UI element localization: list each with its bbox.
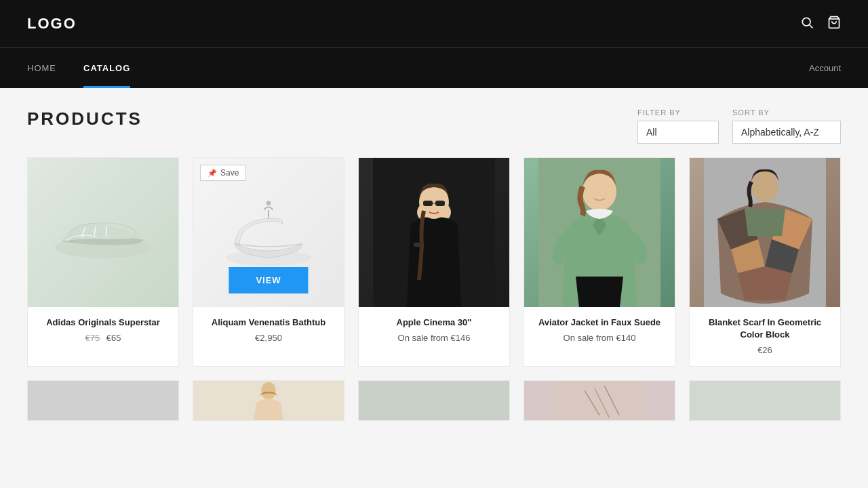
product-image-cinema xyxy=(359,158,509,307)
product-card-adidas[interactable]: Adidas Originals Superstar €75 €65 xyxy=(27,157,179,367)
product-info-jacket: Aviator Jacket in Faux Suede On sale fro… xyxy=(524,307,675,354)
product-card-bathtub[interactable]: 📌 Save VIEW Aliquam Venenatis Bathtub xyxy=(193,157,344,367)
filter-sort-row: FILTER BY All Men Women Accessories SORT… xyxy=(637,108,841,144)
sort-group: SORT BY Alphabetically, A-Z Alphabetical… xyxy=(732,108,841,144)
product-name: Apple Cinema 30" xyxy=(367,317,501,329)
bathtub-image xyxy=(218,188,319,277)
logo[interactable]: LOGO xyxy=(27,15,77,33)
bottom-card-4[interactable] xyxy=(524,380,675,421)
svg-point-0 xyxy=(802,18,810,26)
product-name: Aviator Jacket in Faux Suede xyxy=(532,317,667,329)
header-icons xyxy=(800,16,841,33)
sort-select[interactable]: Alphabetically, A-Z Alphabetically, Z-A … xyxy=(732,121,841,144)
bottom-person-image xyxy=(193,381,344,420)
product-price: On sale from €140 xyxy=(532,333,667,343)
svg-line-1 xyxy=(810,24,813,28)
svg-rect-21 xyxy=(555,381,644,420)
product-name: Aliquam Venenatis Bathtub xyxy=(201,317,336,329)
svg-point-7 xyxy=(267,201,271,205)
cart-icon[interactable] xyxy=(827,16,841,33)
bottom-item-image xyxy=(524,381,675,420)
svg-rect-12 xyxy=(435,201,445,206)
bottom-card-5[interactable] xyxy=(689,380,841,421)
product-card-jacket[interactable]: Aviator Jacket in Faux Suede On sale fro… xyxy=(524,157,675,367)
product-image-adidas xyxy=(28,158,178,307)
svg-point-16 xyxy=(583,173,616,211)
search-icon[interactable] xyxy=(800,16,814,33)
pin-icon: 📌 xyxy=(208,169,217,178)
svg-point-20 xyxy=(261,382,276,400)
shoe-image xyxy=(49,195,157,270)
svg-rect-14 xyxy=(414,243,422,247)
filter-select[interactable]: All Men Women Accessories xyxy=(637,121,719,144)
filter-label: FILTER BY xyxy=(637,108,719,117)
products-header-row: PRODUCTS FILTER BY All Men Women Accesso… xyxy=(27,108,841,144)
product-card-cinema[interactable]: Apple Cinema 30" On sale from €146 xyxy=(358,157,510,367)
save-badge[interactable]: 📌 Save xyxy=(200,165,246,181)
header: LOGO xyxy=(0,0,868,47)
sidebar-item-home[interactable]: HOME xyxy=(27,48,56,88)
jacket-image xyxy=(524,158,675,307)
product-image-scarf xyxy=(690,158,840,307)
view-button[interactable]: VIEW xyxy=(229,267,308,293)
main-content: PRODUCTS FILTER BY All Men Women Accesso… xyxy=(0,88,868,441)
nav-left: HOME CATALOG xyxy=(27,48,130,88)
product-price: €75 €65 xyxy=(36,333,170,343)
product-price: €2,950 xyxy=(201,333,336,343)
bottom-card-2[interactable] xyxy=(193,380,344,421)
filter-group: FILTER BY All Men Women Accessories xyxy=(637,108,719,144)
products-grid-bottom xyxy=(27,380,841,421)
scarf-image xyxy=(690,158,840,307)
account-link[interactable]: Account xyxy=(809,63,841,73)
product-card-scarf[interactable]: Blanket Scarf In Geometric Color Block €… xyxy=(689,157,841,367)
product-image-jacket xyxy=(524,158,675,307)
product-price: On sale from €146 xyxy=(367,333,501,343)
svg-point-18 xyxy=(751,171,778,202)
product-info-cinema: Apple Cinema 30" On sale from €146 xyxy=(359,307,509,354)
products-grid: Adidas Originals Superstar €75 €65 📌 Sav… xyxy=(27,157,841,367)
person1-image xyxy=(359,158,509,307)
sidebar-item-catalog[interactable]: CATALOG xyxy=(83,48,130,88)
navigation: HOME CATALOG Account xyxy=(0,47,868,88)
product-name: Blanket Scarf In Geometric Color Block xyxy=(698,317,832,341)
product-info-bathtub: Aliquam Venenatis Bathtub €2,950 xyxy=(193,307,344,354)
page-title: PRODUCTS xyxy=(27,108,142,129)
product-info-scarf: Blanket Scarf In Geometric Color Block €… xyxy=(690,307,840,366)
product-name: Adidas Originals Superstar xyxy=(36,317,170,329)
product-price: €26 xyxy=(698,345,832,355)
sort-label: SORT BY xyxy=(732,108,841,117)
product-info-adidas: Adidas Originals Superstar €75 €65 xyxy=(28,307,178,354)
bottom-card-1[interactable] xyxy=(27,380,179,421)
svg-rect-11 xyxy=(423,201,433,206)
bottom-card-3[interactable] xyxy=(358,380,510,421)
